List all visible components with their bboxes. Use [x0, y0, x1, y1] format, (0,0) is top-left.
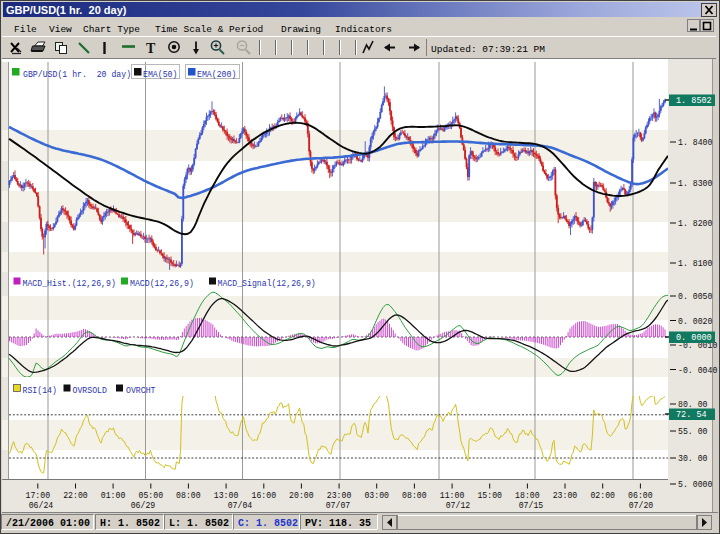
svg-text:08:00: 08:00 — [176, 491, 201, 500]
svg-text:11:00: 11:00 — [440, 491, 465, 500]
svg-text:16:00: 16:00 — [252, 491, 277, 500]
svg-text:GBP/USD(1 hr. 20 day): GBP/USD(1 hr. 20 day) — [23, 70, 131, 79]
svg-text:Chart Type: Chart Type — [83, 24, 140, 35]
svg-text:30. 00: 30. 00 — [678, 454, 708, 463]
svg-text:17:00: 17:00 — [26, 491, 51, 500]
svg-text:Time Scale & Period: Time Scale & Period — [155, 24, 263, 35]
svg-text:EMA(200): EMA(200) — [197, 70, 236, 79]
svg-text:MACD_Signal(12,26,9): MACD_Signal(12,26,9) — [218, 279, 316, 288]
svg-text:07/20: 07/20 — [629, 501, 654, 510]
svg-text:H: 1. 8502: H: 1. 8502 — [100, 518, 160, 529]
svg-text:07/15: 07/15 — [519, 501, 544, 510]
svg-text:0. 0050: 0. 0050 — [678, 292, 712, 301]
svg-text:C: 1. 8502: C: 1. 8502 — [238, 518, 298, 529]
svg-text:RSI(14): RSI(14) — [23, 386, 57, 395]
svg-text:5. 0000: 5. 0000 — [678, 480, 712, 489]
svg-text:07/12: 07/12 — [446, 501, 471, 510]
svg-text:1. 8300: 1. 8300 — [678, 179, 712, 188]
svg-text:80. 00: 80. 00 — [678, 400, 708, 409]
svg-text:/21/2006 01:00: /21/2006 01:00 — [6, 518, 90, 529]
svg-text:MACD(12,26,9): MACD(12,26,9) — [130, 279, 194, 288]
svg-text:22:00: 22:00 — [63, 491, 88, 500]
svg-text:-0. 0040: -0. 0040 — [678, 366, 717, 375]
svg-text:MACD_Hist.(12,26,9): MACD_Hist.(12,26,9) — [23, 279, 116, 288]
svg-text:06:00: 06:00 — [628, 491, 653, 500]
svg-text:View: View — [49, 24, 72, 35]
svg-text:08:00: 08:00 — [402, 491, 427, 500]
svg-text:23:00: 23:00 — [553, 491, 578, 500]
svg-text:06/29: 06/29 — [131, 501, 156, 510]
svg-text:Indicators: Indicators — [335, 24, 392, 35]
svg-text:OVRCHT: OVRCHT — [126, 386, 156, 395]
svg-text:1. 8502: 1. 8502 — [676, 96, 712, 106]
svg-text:0. 0000: 0. 0000 — [676, 333, 712, 343]
svg-text:02:00: 02:00 — [590, 491, 615, 500]
svg-text:72. 54: 72. 54 — [676, 410, 707, 420]
svg-text:Updated: 07:39:21 PM: Updated: 07:39:21 PM — [431, 44, 545, 55]
svg-text:13:00: 13:00 — [214, 491, 239, 500]
svg-text:05:00: 05:00 — [139, 491, 164, 500]
svg-text:20:00: 20:00 — [289, 491, 314, 500]
svg-text:23:00: 23:00 — [327, 491, 352, 500]
svg-text:OVRSOLD: OVRSOLD — [73, 386, 107, 395]
svg-text:L: 1. 8502: L: 1. 8502 — [169, 518, 229, 529]
svg-text:01:00: 01:00 — [101, 491, 126, 500]
svg-text:03:00: 03:00 — [364, 491, 389, 500]
svg-text:EMA(50): EMA(50) — [143, 70, 177, 79]
svg-text:18:00: 18:00 — [515, 491, 540, 500]
svg-text:1. 8400: 1. 8400 — [678, 138, 712, 147]
svg-text:GBP/USD(1 hr. 20 day): GBP/USD(1 hr. 20 day) — [6, 4, 127, 16]
svg-text:Drawing: Drawing — [281, 24, 321, 35]
svg-text:06/24: 06/24 — [29, 501, 54, 510]
svg-text:15:00: 15:00 — [477, 491, 502, 500]
svg-text:07/04: 07/04 — [228, 501, 253, 510]
svg-text:1. 8200: 1. 8200 — [678, 219, 712, 228]
svg-text:07/07: 07/07 — [326, 501, 351, 510]
svg-text:File: File — [14, 24, 37, 35]
svg-text:1. 8100: 1. 8100 — [678, 259, 712, 268]
svg-text:PV: 118. 35: PV: 118. 35 — [305, 518, 371, 529]
svg-text:55. 00: 55. 00 — [678, 427, 708, 436]
svg-text:0. 0020: 0. 0020 — [678, 317, 712, 326]
svg-text:T: T — [146, 41, 156, 56]
